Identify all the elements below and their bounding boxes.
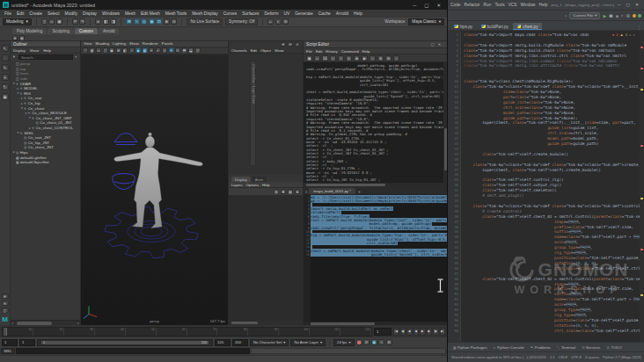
viewport-menu-view[interactable]: View bbox=[84, 41, 91, 46]
tab-options-icon[interactable]: ⋮ bbox=[637, 25, 641, 30]
script-editor-history[interactable]: model_path=mp, guide_path=gp)cmds.viewFi… bbox=[304, 62, 447, 183]
character-set-dropdown[interactable]: No Character Set▾ bbox=[250, 339, 289, 346]
current-frame-field[interactable]: 1 bbox=[374, 328, 392, 336]
filter-icon[interactable]: ▼ bbox=[12, 55, 16, 59]
select-highlight-icon[interactable]: ⬚ bbox=[83, 47, 88, 53]
range-slider-bar[interactable]: 1 120 bbox=[37, 339, 213, 346]
outliner-menu-display[interactable]: Display bbox=[13, 48, 26, 53]
make-live-icon[interactable]: ◈ bbox=[164, 18, 170, 25]
snap-center-icon[interactable]: ◉ bbox=[149, 18, 155, 25]
stop-icon[interactable]: ■ bbox=[616, 13, 618, 18]
workspace-dropdown[interactable]: Maya Classic▾ bbox=[408, 18, 444, 25]
time-tick[interactable]: 70 bbox=[187, 328, 218, 336]
time-tick[interactable]: 110 bbox=[310, 328, 340, 336]
use-lights-icon[interactable]: ☀ bbox=[149, 47, 154, 53]
status-crlf[interactable]: CRLF bbox=[559, 355, 568, 359]
maya-menu-curves[interactable]: Curves bbox=[223, 11, 238, 16]
outliner-panel-title[interactable]: Outliner bbox=[11, 41, 80, 47]
shelf-tab-sculpting[interactable]: Sculpting bbox=[48, 28, 73, 34]
shadows-icon[interactable]: ◐ bbox=[156, 47, 161, 53]
pycharm-editor[interactable]: 1234567891011121314151617181920212223242… bbox=[448, 31, 644, 342]
play-backwards-button[interactable]: ◀ bbox=[413, 328, 420, 336]
command-input[interactable] bbox=[16, 348, 250, 354]
new-scene-icon[interactable]: ▯ bbox=[41, 18, 48, 25]
new-python-tab-icon[interactable]: ⊕ bbox=[377, 55, 384, 62]
undo-icon[interactable]: ↶ bbox=[72, 18, 78, 25]
wireframe-icon[interactable]: ◇ bbox=[129, 47, 135, 53]
script-editor-code[interactable]: mp = 'C:/Users/xxxll/Documents/maya/proj… bbox=[311, 195, 447, 325]
screen-ao-icon[interactable]: ◎ bbox=[162, 47, 167, 53]
maya-menu-mesh-display[interactable]: Mesh Display bbox=[192, 11, 217, 16]
new-empty-layer-icon[interactable]: ✚ bbox=[281, 189, 286, 194]
snap-grid-icon[interactable]: ⊞ bbox=[126, 18, 132, 25]
toolwindow-terminal[interactable]: ›_Terminal bbox=[557, 345, 575, 350]
render-settings-icon[interactable]: ⚙ bbox=[282, 18, 289, 25]
render-view-icon[interactable]: ▻ bbox=[267, 18, 274, 25]
time-tick[interactable]: 10 bbox=[3, 328, 33, 336]
time-slider-track[interactable]: 102030405060708090100110120 bbox=[2, 327, 372, 337]
lasso-tool-icon[interactable]: ◌ bbox=[2, 54, 9, 62]
select-hierarchy-icon[interactable]: ▸ bbox=[95, 18, 101, 25]
lock-selection-icon[interactable]: ⊘ bbox=[171, 18, 177, 25]
joint-xray-icon[interactable]: ⬓ bbox=[188, 47, 194, 53]
status-1-1[interactable]: 1:1 bbox=[550, 355, 555, 359]
status-python-2-7-maya-2023[interactable]: Python 2.7 (Maya 2023) bbox=[603, 355, 641, 359]
pycharm-menu-refactor[interactable]: Refactor bbox=[464, 3, 479, 7]
show-stack-icon[interactable]: ≣ bbox=[354, 55, 360, 62]
tab-list-icon[interactable]: ≡ bbox=[305, 190, 307, 194]
status-utf-8[interactable]: UTF-8 bbox=[571, 355, 582, 359]
grid-toggle-icon[interactable]: ▦ bbox=[90, 47, 95, 53]
open-scene-icon[interactable]: ▱ bbox=[48, 18, 55, 25]
ipr-render-icon[interactable]: ◐ bbox=[275, 18, 282, 25]
pycharm-menu-vcs[interactable]: VCS bbox=[509, 3, 517, 7]
time-tick[interactable]: 50 bbox=[126, 328, 157, 336]
symmetry-dropdown[interactable]: Symmetry: Off bbox=[225, 18, 258, 25]
move-layer-up-icon[interactable]: ▤ bbox=[274, 189, 279, 194]
field-chart-icon[interactable]: ⊞ bbox=[116, 47, 121, 53]
new-layer-selected-icon[interactable]: ▦ bbox=[288, 189, 293, 194]
maya-menu-mesh-tools[interactable]: Mesh Tools bbox=[165, 11, 187, 16]
new-layer-options-icon[interactable]: ⊕ bbox=[295, 189, 300, 194]
time-tick[interactable]: 120 bbox=[340, 328, 371, 336]
toolwindow-python-packages[interactable]: ▦Python Packages bbox=[453, 345, 487, 350]
menu-set-dropdown[interactable]: Modeling▾ bbox=[3, 18, 32, 25]
go-to-start-button[interactable]: |◀ bbox=[393, 328, 399, 336]
maya-menu-create[interactable]: Create bbox=[29, 11, 42, 16]
toolwindow-services[interactable]: ⚙Services bbox=[582, 345, 600, 350]
search-everywhere-icon[interactable]: ⌕ bbox=[621, 12, 624, 18]
clear-history-icon[interactable]: ⌧ bbox=[322, 55, 328, 62]
code-line[interactable]: class="tok-kw">class="tok-kw">def class=… bbox=[464, 163, 644, 168]
script-editor-input[interactable]: 12345678910111213141516 mp = 'C:/Users/x… bbox=[304, 195, 447, 325]
textured-icon[interactable]: ▩ bbox=[143, 47, 148, 53]
anti-alias-icon[interactable]: ✦ bbox=[169, 47, 174, 53]
shelf-tab-poly-modeling[interactable]: Poly Modeling bbox=[12, 28, 47, 34]
anim-prefs-icon[interactable]: ⟳ bbox=[363, 339, 370, 345]
channel-box-menu-show[interactable]: Show bbox=[274, 48, 283, 53]
step-forward-button[interactable]: ▶ bbox=[427, 328, 433, 336]
layer-menu-layers[interactable]: Layers bbox=[231, 183, 243, 187]
echo-all-icon[interactable]: ◎ bbox=[346, 55, 352, 62]
prev-key-button[interactable]: ◀| bbox=[400, 328, 406, 336]
viewport-menu-renderer[interactable]: Renderer bbox=[143, 41, 158, 46]
viewport-menu-panels[interactable]: Panels bbox=[162, 41, 173, 46]
resolution-gate-icon[interactable]: ◻ bbox=[103, 47, 108, 53]
script-editor-menu-edit[interactable]: Edit bbox=[316, 49, 322, 54]
inspections-widget[interactable]: ●4 ▲1 ˄ ˅ bbox=[611, 33, 637, 37]
channel-box-menu-object[interactable]: Object bbox=[260, 48, 271, 53]
notification-orange-icon[interactable] bbox=[633, 14, 636, 18]
code-line[interactable]: class="tok-kw">import nmrig.build.rigMod… bbox=[464, 43, 644, 48]
new-mel-tab-icon[interactable]: ⊞ bbox=[385, 55, 392, 62]
select-tool-icon[interactable]: ↖ bbox=[2, 45, 9, 52]
save-script-icon[interactable]: ▣ bbox=[306, 55, 312, 62]
editor-tab-chest-py[interactable]: chest.py bbox=[513, 23, 543, 30]
anim-end-field[interactable]: 200 bbox=[232, 339, 248, 346]
isolate-select-icon[interactable]: ⊡ bbox=[175, 47, 180, 53]
anim-settings-icon[interactable]: ⚙ bbox=[386, 339, 392, 345]
notification-green-icon[interactable] bbox=[638, 14, 641, 18]
script-code-line[interactable]: guide_list=['Spine2'], ctrl_scale=50) bbox=[311, 253, 447, 257]
panel-close-icon[interactable]: ✕ bbox=[438, 42, 441, 47]
manip-default-icon[interactable]: ✛ bbox=[281, 42, 286, 47]
go-to-end-button[interactable]: ▶| bbox=[440, 328, 446, 336]
time-tick[interactable]: 100 bbox=[279, 328, 310, 336]
pycharm-menu-tools[interactable]: Tools bbox=[494, 3, 504, 7]
